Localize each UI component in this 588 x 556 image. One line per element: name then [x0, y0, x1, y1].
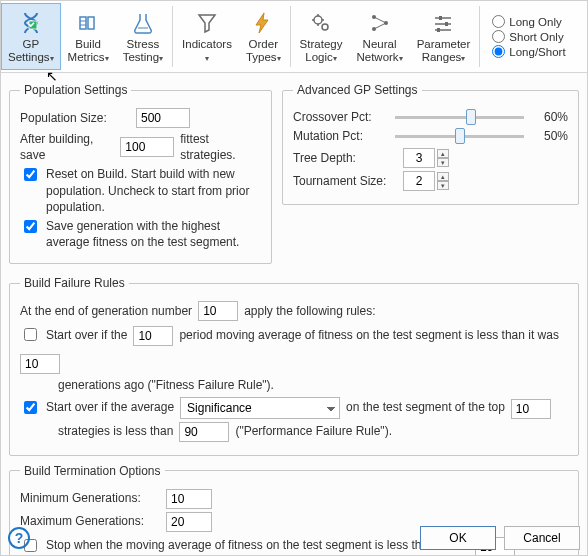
performance-threshold-input[interactable] — [179, 422, 229, 442]
network-icon — [367, 10, 393, 36]
svg-line-15 — [374, 23, 386, 29]
position-radio-group: Long Only Short Only Long/Short — [482, 1, 575, 72]
ok-button[interactable]: OK — [420, 526, 496, 550]
toolbar-order-types[interactable]: Order Types▾ — [239, 3, 288, 70]
bolt-icon — [250, 10, 276, 36]
funnel-icon — [194, 10, 220, 36]
svg-rect-2 — [88, 17, 94, 29]
performance-failure-checkbox[interactable]: Start over if the average Significance o… — [20, 397, 568, 419]
svg-rect-19 — [439, 16, 442, 20]
toolbar-indicators[interactable]: Indicators▾ — [175, 3, 239, 70]
mutation-slider[interactable] — [395, 135, 524, 138]
toolbar-separator — [172, 6, 173, 67]
performance-metric-select[interactable]: Significance — [180, 397, 340, 419]
performance-top-input[interactable] — [511, 399, 551, 419]
radio-long-short[interactable]: Long/Short — [492, 45, 565, 58]
toolbar-gp-settings[interactable]: GP Settings▾ — [1, 3, 61, 70]
toolbar-label: GP Settings▾ — [8, 38, 54, 63]
fitness-failure-tail: generations ago ("Fitness Failure Rule")… — [58, 377, 274, 393]
dna-icon — [18, 10, 44, 36]
population-settings-group: Population Settings Population Size: Aft… — [9, 83, 272, 264]
footer: ? OK Cancel — [8, 526, 580, 550]
tournament-size-input[interactable] — [403, 171, 435, 191]
build-termination-legend: Build Termination Options — [20, 464, 165, 478]
population-size-input[interactable] — [136, 108, 190, 128]
crossover-label: Crossover Pct: — [293, 110, 385, 124]
population-settings-legend: Population Settings — [20, 83, 131, 97]
tree-depth-spinner[interactable]: ▴▾ — [437, 149, 449, 167]
toolbar-param-ranges[interactable]: Parameter Ranges▾ — [410, 3, 478, 70]
advanced-gp-group: Advanced GP Settings Crossover Pct: 60% … — [282, 83, 579, 205]
gen-number-label-a: At the end of generation number — [20, 303, 192, 319]
after-build-label-a: After building, save — [20, 131, 114, 163]
reset-on-build-checkbox[interactable]: Reset on Build. Start build with new pop… — [20, 166, 261, 215]
radio-short-only[interactable]: Short Only — [492, 30, 565, 43]
crossover-value: 60% — [534, 110, 568, 124]
after-build-label-b: fittest strategies. — [180, 131, 261, 163]
tournament-size-spinner[interactable]: ▴▾ — [437, 172, 449, 190]
toolbar-stress-testing[interactable]: Stress Testing▾ — [116, 3, 170, 70]
toolbar-build-metrics[interactable]: Build Metrics▾ — [61, 3, 116, 70]
toolbar-label: Build Metrics▾ — [68, 38, 109, 63]
help-icon[interactable]: ? — [8, 527, 30, 549]
svg-point-6 — [322, 24, 328, 30]
sliders-icon — [430, 10, 456, 36]
ruler-icon — [75, 10, 101, 36]
svg-rect-20 — [445, 22, 448, 26]
toolbar-separator — [479, 6, 480, 67]
svg-rect-1 — [80, 17, 86, 29]
tree-depth-label: Tree Depth: — [293, 150, 397, 166]
save-generation-checkbox[interactable]: Save generation with the highest average… — [20, 218, 261, 250]
toolbar-label: Stress Testing▾ — [123, 38, 163, 63]
toolbar: GP Settings▾ Build Metrics▾ Stress Testi… — [1, 1, 587, 73]
crossover-slider[interactable] — [395, 116, 524, 119]
content: Population Settings Population Size: Aft… — [1, 73, 587, 556]
min-gen-input[interactable] — [166, 489, 212, 509]
build-failure-group: Build Failure Rules At the end of genera… — [9, 276, 579, 455]
fitness-failure-checkbox[interactable]: Start over if the period moving average … — [20, 324, 568, 374]
toolbar-separator — [290, 6, 291, 67]
radio-long-only[interactable]: Long Only — [492, 15, 565, 28]
svg-rect-21 — [437, 28, 440, 32]
gen-number-label-b: apply the following rules: — [244, 303, 375, 319]
advanced-gp-legend: Advanced GP Settings — [293, 83, 422, 97]
after-build-input[interactable] — [120, 137, 174, 157]
tree-depth-input[interactable] — [403, 148, 435, 168]
toolbar-label: Neural Network▾ — [356, 38, 402, 63]
tournament-size-label: Tournament Size: — [293, 173, 397, 189]
mutation-label: Mutation Pct: — [293, 129, 385, 143]
fitness-failure-gen-input[interactable] — [20, 354, 60, 374]
toolbar-strategy-logic[interactable]: Strategy Logic▾ — [293, 3, 350, 70]
flask-icon — [130, 10, 156, 36]
toolbar-label: Strategy Logic▾ — [300, 38, 343, 63]
cancel-button[interactable]: Cancel — [504, 526, 580, 550]
svg-point-5 — [314, 16, 322, 24]
gen-number-input[interactable] — [198, 301, 238, 321]
toolbar-label: Order Types▾ — [246, 38, 281, 63]
build-failure-legend: Build Failure Rules — [20, 276, 129, 290]
svg-line-14 — [374, 17, 386, 23]
toolbar-label: Parameter Ranges▾ — [417, 38, 471, 63]
mutation-value: 50% — [534, 129, 568, 143]
fitness-failure-period-input[interactable] — [133, 326, 173, 346]
gears-icon — [308, 10, 334, 36]
toolbar-neural-network[interactable]: Neural Network▾ — [349, 3, 409, 70]
population-size-label: Population Size: — [20, 110, 130, 126]
toolbar-label: Indicators▾ — [182, 38, 232, 63]
min-gen-label: Minimum Generations: — [20, 490, 160, 506]
